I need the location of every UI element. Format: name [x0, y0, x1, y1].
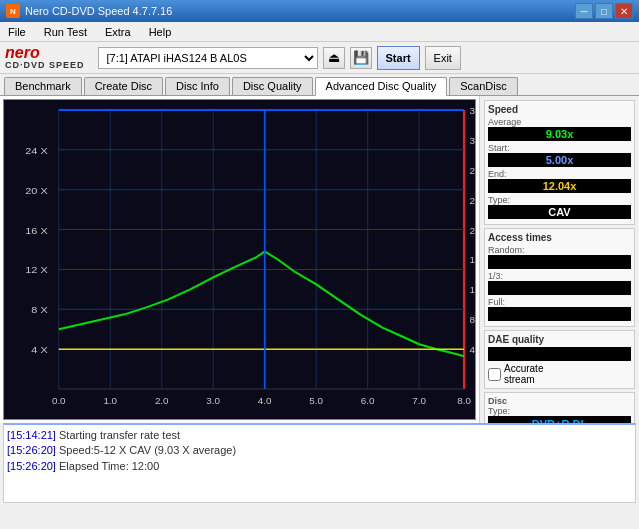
dae-section: DAE quality Accuratestream [484, 330, 635, 389]
random-value [488, 255, 631, 269]
log-timestamp-2: [15:26:20] [7, 444, 56, 456]
svg-text:4.0: 4.0 [258, 395, 272, 405]
disc-title: Disc [488, 396, 631, 406]
random-label: Random: [488, 245, 631, 255]
side-panel: Speed Average 9.03x Start: 5.00x End: 12… [479, 96, 639, 423]
menu-help[interactable]: Help [145, 25, 176, 39]
menu-bar: File Run Test Extra Help [0, 22, 639, 42]
access-times-section: Access times Random: 1/3: Full: [484, 228, 635, 327]
log-area: [15:14:21] Starting transfer rate test [… [3, 423, 636, 503]
chart-area: 4 X 8 X 12 X 16 X 20 X 24 X 4 8 12 16 20… [3, 99, 476, 420]
svg-text:3.0: 3.0 [206, 395, 220, 405]
start-value: 5.00x [488, 153, 631, 167]
svg-text:36: 36 [470, 105, 475, 115]
accurate-label: Accuratestream [504, 363, 543, 385]
svg-text:20 X: 20 X [25, 185, 48, 195]
close-button[interactable]: ✕ [615, 3, 633, 19]
type-value: CAV [488, 205, 631, 219]
tab-disc-quality[interactable]: Disc Quality [232, 77, 313, 95]
title-bar-left: N Nero CD-DVD Speed 4.7.7.16 [6, 4, 172, 18]
menu-file[interactable]: File [4, 25, 30, 39]
svg-text:0.0: 0.0 [52, 395, 66, 405]
window-controls[interactable]: ─ □ ✕ [575, 3, 633, 19]
log-line-3: [15:26:20] Elapsed Time: 12:00 [7, 459, 632, 474]
nero-logo-text: nero [5, 45, 85, 61]
exit-button[interactable]: Exit [425, 46, 461, 70]
nero-logo: nero CD·DVD SPEED [5, 45, 85, 70]
tab-bar: Benchmark Create Disc Disc Info Disc Qua… [0, 74, 639, 96]
log-text-1: Starting transfer rate test [59, 429, 180, 441]
svg-text:24 X: 24 X [25, 145, 48, 155]
log-text-2: Speed:5-12 X CAV (9.03 X average) [59, 444, 236, 456]
svg-text:16 X: 16 X [25, 225, 48, 235]
dae-value [488, 347, 631, 361]
full-label: Full: [488, 297, 631, 307]
log-timestamp-1: [15:14:21] [7, 429, 56, 441]
tab-disc-info[interactable]: Disc Info [165, 77, 230, 95]
drive-selector[interactable]: [7:1] ATAPI iHAS124 B AL0S [98, 47, 318, 69]
log-text-3: Elapsed Time: 12:00 [59, 460, 159, 472]
access-times-title: Access times [488, 232, 631, 243]
disc-section: Disc Type: DVD+R DL Length: 7.96 GB [484, 392, 635, 423]
svg-text:4 X: 4 X [31, 345, 47, 355]
svg-text:7.0: 7.0 [412, 395, 426, 405]
tab-benchmark[interactable]: Benchmark [4, 77, 82, 95]
speed-title: Speed [488, 104, 631, 115]
svg-text:4: 4 [470, 345, 475, 355]
dae-title: DAE quality [488, 334, 631, 345]
start-label: Start: [488, 143, 631, 153]
speed-section: Speed Average 9.03x Start: 5.00x End: 12… [484, 100, 635, 225]
app-icon: N [6, 4, 20, 18]
accurate-stream-checkbox[interactable] [488, 368, 501, 381]
minimize-button[interactable]: ─ [575, 3, 593, 19]
nero-sub-text: CD·DVD SPEED [5, 61, 85, 70]
svg-text:16: 16 [470, 255, 475, 265]
disc-type-value: DVD+R DL [488, 416, 631, 423]
toolbar: nero CD·DVD SPEED [7:1] ATAPI iHAS124 B … [0, 42, 639, 74]
main-content: 4 X 8 X 12 X 16 X 20 X 24 X 4 8 12 16 20… [0, 96, 639, 423]
full-value [488, 307, 631, 321]
svg-text:28: 28 [470, 165, 475, 175]
one-third-value [488, 281, 631, 295]
type-label: Type: [488, 195, 631, 205]
save-icon[interactable]: 💾 [350, 47, 372, 69]
tab-create-disc[interactable]: Create Disc [84, 77, 163, 95]
chart-svg: 4 X 8 X 12 X 16 X 20 X 24 X 4 8 12 16 20… [4, 100, 475, 419]
svg-text:12: 12 [470, 285, 475, 295]
svg-text:8.0: 8.0 [457, 395, 471, 405]
start-button[interactable]: Start [377, 46, 420, 70]
one-third-label: 1/3: [488, 271, 631, 281]
log-timestamp-3: [15:26:20] [7, 460, 56, 472]
maximize-button[interactable]: □ [595, 3, 613, 19]
svg-text:20: 20 [470, 225, 475, 235]
svg-text:2.0: 2.0 [155, 395, 169, 405]
svg-text:24: 24 [470, 195, 475, 205]
svg-text:8: 8 [470, 315, 475, 325]
accurate-stream-row: Accuratestream [488, 363, 631, 385]
menu-run-test[interactable]: Run Test [40, 25, 91, 39]
average-label: Average [488, 117, 631, 127]
tab-advanced-disc-quality[interactable]: Advanced Disc Quality [315, 77, 448, 96]
svg-text:12 X: 12 X [25, 265, 48, 275]
tab-scan-disc[interactable]: ScanDisc [449, 77, 517, 95]
menu-extra[interactable]: Extra [101, 25, 135, 39]
log-line-2: [15:26:20] Speed:5-12 X CAV (9.03 X aver… [7, 443, 632, 458]
window-title: Nero CD-DVD Speed 4.7.7.16 [25, 5, 172, 17]
disc-type-label: Type: [488, 406, 631, 416]
eject-icon[interactable]: ⏏ [323, 47, 345, 69]
svg-text:1.0: 1.0 [103, 395, 117, 405]
svg-rect-0 [4, 100, 475, 419]
svg-text:8 X: 8 X [31, 305, 47, 315]
end-label: End: [488, 169, 631, 179]
end-value: 12.04x [488, 179, 631, 193]
log-line-1: [15:14:21] Starting transfer rate test [7, 428, 632, 443]
svg-text:6.0: 6.0 [361, 395, 375, 405]
title-bar: N Nero CD-DVD Speed 4.7.7.16 ─ □ ✕ [0, 0, 639, 22]
svg-text:5.0: 5.0 [309, 395, 323, 405]
average-value: 9.03x [488, 127, 631, 141]
svg-text:32: 32 [470, 135, 475, 145]
